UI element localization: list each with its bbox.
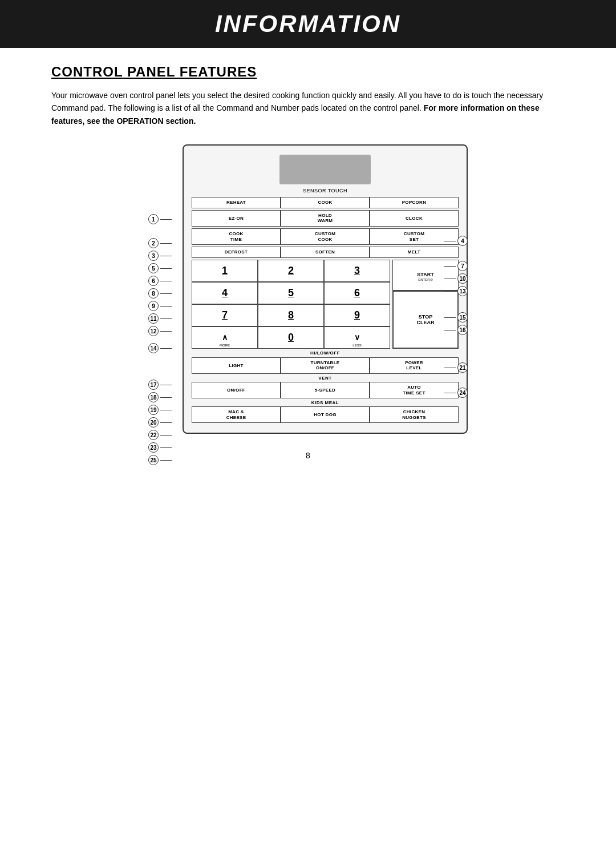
callout-19: 19 [148, 404, 172, 416]
callout-10: 10 [444, 272, 468, 285]
display-screen [279, 155, 371, 184]
reheat-button[interactable]: REHEAT [192, 197, 281, 208]
hilowoff-label: HI/LOW/OFF [192, 350, 459, 356]
callout-14: 14 [148, 342, 172, 354]
soften-button[interactable]: SOFTEN [281, 247, 370, 258]
page-number: 8 [51, 451, 565, 460]
sensor-touch-label: SENSOR TOUCH [192, 188, 459, 193]
clock-button[interactable]: CLOCK [370, 210, 459, 227]
callout-18: 18 [148, 391, 172, 404]
header-banner: INFORMATION [0, 0, 616, 48]
callout-7: 7 [444, 260, 468, 272]
callout-22: 22 [148, 429, 172, 441]
intro-paragraph: Your microwave oven control panel lets y… [51, 89, 565, 127]
row-ezon: EZ-ON HOLD WARM CLOCK [192, 210, 459, 227]
callout-2: 2 [148, 237, 172, 249]
kidsmeal-label: KIDS MEAL [192, 400, 459, 405]
callout-25: 25 [148, 454, 172, 466]
num6-button[interactable]: 6 [324, 282, 390, 304]
callout-9: 9 [148, 300, 172, 312]
callout-8: 8 [148, 287, 172, 300]
callout-4: 4 [444, 235, 468, 247]
vent-label: VENT [192, 376, 459, 381]
callout-6: 6 [148, 275, 172, 287]
fivespeed-button[interactable]: 5-SPEED [281, 382, 370, 398]
num0-button[interactable]: 0 [258, 326, 324, 349]
num8-button[interactable]: 8 [258, 304, 324, 326]
num7-button[interactable]: 7 [192, 304, 258, 326]
num1-button[interactable]: 1 [192, 260, 258, 282]
callout-16: 16 [444, 324, 468, 336]
cook-button[interactable]: COOK [281, 197, 370, 208]
holdwarm-button[interactable]: HOLD WARM [281, 210, 370, 227]
numpad-grid: 1 2 3 4 5 6 7 8 9 ∧MORE 0 [192, 260, 390, 349]
hotdog-button[interactable]: HOT DOG [281, 406, 370, 423]
section-title: CONTROL PANEL FEATURES [51, 64, 565, 80]
left-callouts: 1 2 3 5 6 [148, 213, 172, 466]
panel-diagram: 1 2 3 5 6 [148, 144, 468, 434]
num3-button[interactable]: 3 [324, 260, 390, 282]
diagram-container: 1 2 3 5 6 [51, 144, 565, 434]
light-button[interactable]: LIGHT [192, 357, 281, 374]
row-reheat: REHEAT COOK POPCORN [192, 197, 459, 208]
callout-3: 3 [148, 249, 172, 262]
customcook-button[interactable]: CUSTOM COOK [281, 228, 370, 245]
callout-20: 20 [148, 416, 172, 429]
cooktime-button[interactable]: COOK TIME [192, 228, 281, 245]
num2-button[interactable]: 2 [258, 260, 324, 282]
less-label: LESS [352, 344, 361, 347]
callout-15: 15 [444, 311, 468, 324]
callout-1: 1 [148, 213, 172, 225]
right-callouts: 4 7 10 13 15 [444, 235, 468, 399]
onoff-vent-button[interactable]: ON/OFF [192, 382, 281, 398]
callout-23: 23 [148, 441, 172, 454]
page-title: INFORMATION [0, 10, 616, 38]
control-panel: SENSOR TOUCH REHEAT COOK POPCORN EZ-ON H… [183, 144, 468, 434]
row-defrost: DEFROST SOFTEN MELT [192, 247, 459, 258]
row-vent: ON/OFF 5-SPEED AUTO TIME SET [192, 382, 459, 398]
numpad-area: 1 2 3 4 5 6 7 8 9 ∧MORE 0 [192, 260, 459, 349]
callout-24: 24 [444, 386, 468, 399]
callout-13: 13 [444, 285, 468, 297]
num5-button[interactable]: 5 [258, 282, 324, 304]
callout-5: 5 [148, 262, 172, 275]
ezon-button[interactable]: EZ-ON [192, 210, 281, 227]
hilowoff-row: HI/LOW/OFF [192, 350, 459, 356]
content-area: CONTROL PANEL FEATURES Your microwave ov… [51, 48, 565, 471]
mac-cheese-button[interactable]: MAC & CHEESE [192, 406, 281, 423]
popcorn-button[interactable]: POPCORN [370, 197, 459, 208]
callout-12: 12 [148, 325, 172, 337]
defrost-button[interactable]: DEFROST [192, 247, 281, 258]
row-kidsmeal: MAC & CHEESE HOT DOG CHICKEN NUGGETS [192, 406, 459, 423]
callout-11: 11 [148, 312, 172, 325]
num4-button[interactable]: 4 [192, 282, 258, 304]
row-light: LIGHT TURNTABLE ON/OFF POWER LEVEL [192, 357, 459, 374]
turntable-button[interactable]: TURNTABLE ON/OFF [281, 357, 370, 374]
num9-button[interactable]: 9 [324, 304, 390, 326]
chicken-nuggets-button[interactable]: CHICKEN NUGGETS [370, 406, 459, 423]
arrow-up-button[interactable]: ∧MORE [192, 326, 258, 349]
callout-21: 21 [444, 361, 468, 374]
row-cooktime: COOK TIME CUSTOM COOK CUSTOM SET [192, 228, 459, 245]
more-label: MORE [220, 344, 230, 347]
callout-17: 17 [148, 378, 172, 391]
arrow-down-button[interactable]: ∨LESS [324, 326, 390, 349]
